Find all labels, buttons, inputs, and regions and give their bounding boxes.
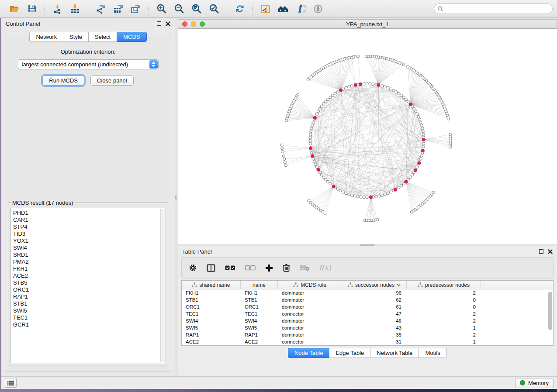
show-columns-button[interactable] bbox=[207, 264, 215, 272]
node-table: shared name name MCDS role successor nod… bbox=[181, 280, 554, 346]
vertical-splitter[interactable] bbox=[175, 18, 178, 376]
mcds-result-item[interactable]: CAR1 bbox=[13, 217, 166, 224]
mcds-result-item[interactable]: YOX1 bbox=[13, 237, 166, 244]
cell-successor-nodes: 46 bbox=[342, 318, 407, 323]
close-panel-button[interactable]: Close panel bbox=[90, 76, 134, 86]
zoom-out-button[interactable] bbox=[173, 3, 185, 14]
table-scrollbar-thumb[interactable] bbox=[548, 292, 552, 330]
mcds-result-item[interactable]: TID3 bbox=[13, 230, 166, 237]
zoom-fit-button[interactable] bbox=[191, 3, 202, 14]
run-mcds-button[interactable]: Run MCDS bbox=[42, 76, 84, 86]
export-image-button[interactable] bbox=[130, 3, 142, 14]
import-table-button[interactable] bbox=[69, 3, 81, 14]
mcds-result-item[interactable]: PMA2 bbox=[13, 258, 166, 265]
table-settings-button[interactable] bbox=[189, 264, 197, 272]
deselect-all-columns-button[interactable] bbox=[245, 265, 256, 271]
mcds-list-scrollbar[interactable] bbox=[160, 209, 165, 362]
create-column-button[interactable] bbox=[265, 264, 273, 272]
mcds-result-item[interactable]: SWI5 bbox=[13, 307, 166, 314]
zoom-selected-button[interactable] bbox=[208, 3, 220, 14]
hide-details-button[interactable] bbox=[295, 3, 306, 14]
memory-button[interactable]: Memory bbox=[515, 378, 554, 388]
table-row[interactable]: ORC1ORC1dominator610 bbox=[182, 303, 548, 310]
export-network-icon bbox=[96, 3, 106, 14]
select-all-columns-button[interactable] bbox=[225, 265, 235, 271]
zoom-in-button[interactable] bbox=[156, 3, 167, 14]
column-header-predecessor-nodes[interactable]: predecessor nodes bbox=[407, 281, 481, 289]
table-row[interactable]: STB1STB1dominator620 bbox=[182, 296, 548, 303]
float-panel-icon[interactable] bbox=[157, 21, 161, 26]
new-network-from-selection-button[interactable] bbox=[260, 3, 271, 14]
mcds-result-item[interactable]: TEC1 bbox=[13, 314, 166, 321]
mcds-result-item[interactable]: PHD1 bbox=[13, 210, 166, 217]
cell-name: ORC1 bbox=[241, 304, 278, 309]
mcds-result-item[interactable]: RAP1 bbox=[13, 293, 166, 300]
function-builder-button[interactable]: f(x) bbox=[319, 264, 331, 272]
save-session-button[interactable] bbox=[26, 3, 38, 14]
tab-style[interactable]: Style bbox=[63, 32, 88, 42]
delete-table-button[interactable] bbox=[300, 265, 309, 271]
tab-mcds[interactable]: MCDS bbox=[117, 32, 146, 42]
network-graph[interactable] bbox=[178, 29, 557, 244]
table-row[interactable]: SWI5SWI5connector431 bbox=[182, 324, 548, 331]
tab-edge-table[interactable]: Edge Table bbox=[329, 348, 370, 358]
mcds-result-item[interactable]: SWI4 bbox=[13, 244, 166, 251]
export-table-button[interactable] bbox=[113, 3, 124, 14]
mcds-result-item[interactable]: ACE2 bbox=[13, 272, 166, 279]
status-bar: Memory bbox=[1, 376, 557, 389]
tab-motifs[interactable]: Motifs bbox=[419, 348, 447, 358]
cell-mcds-role: connector bbox=[278, 325, 342, 330]
network-window-titlebar: YPA_prune.txt_1 bbox=[178, 19, 557, 29]
toolbar-separator bbox=[88, 3, 88, 15]
table-scrollbar[interactable] bbox=[548, 290, 553, 345]
memory-label: Memory bbox=[528, 380, 549, 386]
float-panel-icon[interactable] bbox=[539, 249, 543, 254]
mcds-result-item[interactable]: STB1 bbox=[13, 300, 166, 307]
cell-predecessor-nodes: 2 bbox=[407, 332, 481, 337]
column-header-shared-name[interactable]: shared name bbox=[182, 281, 241, 289]
export-network-button[interactable] bbox=[95, 3, 107, 14]
delete-column-button[interactable] bbox=[283, 264, 290, 272]
show-details-button[interactable] bbox=[312, 3, 324, 14]
table-panel: Table Panel bbox=[178, 246, 557, 375]
tab-node-table[interactable]: Node Table bbox=[288, 348, 329, 358]
table-row[interactable]: SWI4SWI4dominator462 bbox=[182, 317, 548, 324]
mcds-result-item[interactable]: FKH1 bbox=[13, 265, 166, 272]
search-input[interactable] bbox=[434, 3, 553, 14]
import-network-button[interactable] bbox=[52, 3, 63, 14]
mcds-result-item[interactable]: STP4 bbox=[13, 224, 166, 230]
first-neighbors-button[interactable] bbox=[277, 3, 289, 14]
table-tabs: Node Table Edge Table Network Table Moti… bbox=[178, 348, 557, 358]
close-panel-icon[interactable] bbox=[548, 249, 553, 254]
close-panel-icon[interactable] bbox=[166, 21, 170, 26]
cell-shared-name: ACE2 bbox=[182, 339, 241, 344]
attribute-icon bbox=[293, 282, 298, 287]
open-file-button[interactable] bbox=[9, 3, 20, 14]
column-header-successor-nodes[interactable]: successor nodes bbox=[342, 281, 407, 289]
column-header-name[interactable]: name bbox=[241, 281, 278, 289]
optimization-criterion-select[interactable]: largest connected component (undirected) bbox=[18, 59, 159, 69]
table-header-row: shared name name MCDS role successor nod… bbox=[182, 281, 553, 289]
mcds-result-item[interactable]: SRD1 bbox=[13, 251, 166, 258]
splitter-grip[interactable] bbox=[175, 196, 177, 199]
mcds-result-item[interactable]: ORC1 bbox=[13, 286, 166, 293]
mcds-result-item[interactable]: GCR1 bbox=[13, 321, 166, 328]
cell-mcds-role: dominator bbox=[278, 318, 342, 323]
table-row[interactable]: ACE2ACE2connector311 bbox=[182, 338, 548, 345]
refresh-button[interactable] bbox=[234, 3, 246, 14]
right-column: YPA_prune.txt_1 Table Panel bbox=[178, 18, 557, 376]
tab-network[interactable]: Network bbox=[29, 32, 63, 42]
cell-name: SWI5 bbox=[241, 325, 278, 330]
cell-mcds-role: connector bbox=[278, 311, 342, 316]
table-row[interactable]: FKH1FKH1dominator962 bbox=[182, 289, 548, 296]
tab-network-table[interactable]: Network Table bbox=[370, 348, 419, 358]
network-canvas[interactable] bbox=[178, 29, 557, 244]
table-row[interactable]: RAP1RAP1dominator352 bbox=[182, 331, 548, 338]
zoom-fit-icon bbox=[191, 3, 202, 14]
task-history-button[interactable] bbox=[5, 378, 17, 388]
table-row[interactable]: TEC1TEC1connector472 bbox=[182, 310, 548, 317]
toolbar-separator bbox=[227, 3, 227, 15]
column-header-mcds-role[interactable]: MCDS role bbox=[278, 281, 342, 289]
tab-select[interactable]: Select bbox=[88, 32, 117, 42]
mcds-result-item[interactable]: STB5 bbox=[13, 279, 166, 286]
